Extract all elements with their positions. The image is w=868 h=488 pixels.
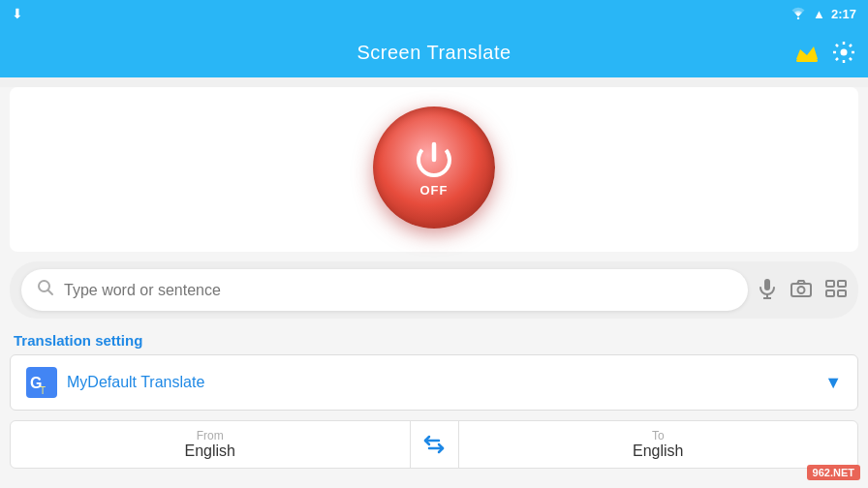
app-title: Screen Translate bbox=[356, 42, 511, 64]
svg-rect-2 bbox=[796, 59, 818, 62]
toolbar: Screen Translate bbox=[0, 27, 868, 77]
main-content: OFF bbox=[0, 87, 868, 488]
svg-text:T: T bbox=[40, 385, 46, 396]
dropdown-arrow-icon: ▼ bbox=[824, 373, 842, 393]
from-label: From bbox=[197, 429, 224, 442]
svg-rect-15 bbox=[826, 290, 834, 296]
power-icon bbox=[413, 138, 455, 181]
svg-point-0 bbox=[797, 16, 799, 18]
language-selector: From English To English bbox=[10, 420, 858, 469]
search-section bbox=[10, 261, 858, 319]
search-icon bbox=[37, 279, 54, 301]
settings-icon[interactable] bbox=[833, 42, 854, 63]
status-bar-left: ⬇ bbox=[12, 6, 23, 21]
svg-marker-1 bbox=[796, 46, 818, 59]
search-input-container bbox=[21, 269, 748, 311]
svg-point-3 bbox=[841, 49, 848, 56]
translator-dropdown-left: G T MyDefault Translate bbox=[26, 367, 204, 398]
mic-icon[interactable] bbox=[758, 278, 777, 303]
translator-name: MyDefault Translate bbox=[67, 374, 204, 391]
crown-icon[interactable] bbox=[794, 42, 820, 63]
to-language[interactable]: To English bbox=[459, 421, 858, 468]
swap-button[interactable] bbox=[411, 421, 459, 468]
watermark: 962.NET bbox=[807, 465, 860, 480]
toolbar-icons bbox=[794, 42, 854, 63]
svg-line-7 bbox=[48, 290, 53, 295]
scan-icon[interactable] bbox=[825, 280, 847, 301]
status-bar: ⬇ ▲ 2:17 bbox=[0, 0, 868, 27]
svg-rect-16 bbox=[838, 290, 846, 296]
translator-dropdown[interactable]: G T MyDefault Translate ▼ bbox=[10, 354, 858, 411]
from-language[interactable]: From English bbox=[11, 421, 411, 468]
from-value: English bbox=[185, 442, 235, 460]
translation-setting-section: Translation setting G T MyDefault Transl… bbox=[10, 326, 858, 469]
to-value: English bbox=[633, 442, 683, 460]
camera-icon[interactable] bbox=[790, 280, 812, 301]
svg-rect-13 bbox=[826, 281, 834, 287]
signal-icon: ▲ bbox=[813, 7, 825, 21]
translation-setting-label: Translation setting bbox=[10, 326, 858, 354]
download-icon: ⬇ bbox=[12, 6, 23, 21]
power-section: OFF bbox=[10, 87, 858, 252]
status-time: 2:17 bbox=[831, 7, 856, 21]
svg-rect-14 bbox=[838, 281, 846, 287]
power-off-label: OFF bbox=[420, 183, 449, 198]
translate-logo: G T bbox=[26, 367, 57, 398]
svg-point-12 bbox=[798, 287, 805, 293]
svg-rect-8 bbox=[764, 279, 770, 290]
to-label: To bbox=[652, 429, 665, 442]
svg-rect-11 bbox=[791, 284, 811, 296]
search-input[interactable] bbox=[64, 282, 732, 299]
swap-icon bbox=[422, 433, 446, 456]
search-actions bbox=[758, 278, 847, 303]
wifi-icon bbox=[790, 6, 807, 22]
status-bar-right: ▲ 2:17 bbox=[790, 6, 856, 22]
power-button[interactable]: OFF bbox=[373, 107, 495, 229]
